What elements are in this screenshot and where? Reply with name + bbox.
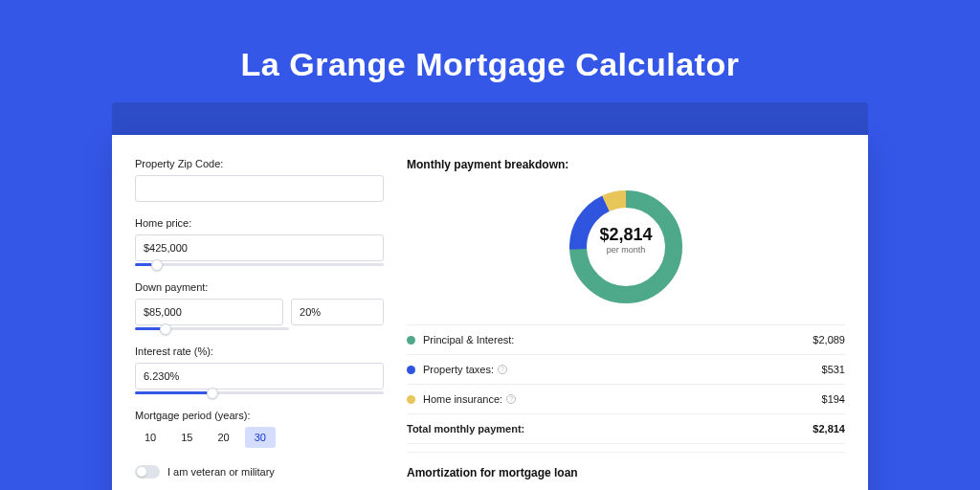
calculator-card: Property Zip Code: Home price: Down paym…	[112, 135, 868, 490]
legend-label: Property taxes:?	[423, 364, 507, 375]
results-panel: Monthly payment breakdown: $2,814 per mo…	[407, 158, 845, 490]
legend-dot-icon	[407, 366, 415, 374]
zip-field: Property Zip Code:	[135, 158, 384, 202]
legend-value: $531	[822, 364, 845, 375]
breakdown-heading: Monthly payment breakdown:	[407, 158, 845, 171]
rate-slider-thumb[interactable]	[207, 388, 218, 399]
donut-sub: per month	[588, 245, 664, 255]
down-pct-input[interactable]	[291, 299, 384, 325]
legend-row: Property taxes:?$531	[407, 355, 845, 385]
legend-value: $2,089	[813, 334, 845, 345]
info-icon[interactable]: ?	[498, 365, 507, 374]
rate-field: Interest rate (%):	[135, 345, 384, 394]
veteran-label: I am veteran or military	[167, 466, 275, 478]
zip-label: Property Zip Code:	[135, 158, 384, 169]
down-slider-thumb[interactable]	[160, 323, 171, 335]
veteran-row: I am veteran or military	[135, 465, 384, 479]
legend-label: Home insurance:?	[423, 393, 516, 405]
legend-value: $194	[822, 393, 845, 405]
donut-svg: $2,814 per month	[564, 185, 688, 309]
amortization-section: Amortization for mortgage loan Amortizat…	[407, 452, 845, 490]
period-chip-20[interactable]: 20	[209, 427, 239, 448]
price-slider-thumb[interactable]	[151, 259, 163, 271]
legend-label: Principal & Interest:	[423, 334, 514, 345]
amortization-heading: Amortization for mortgage loan	[407, 466, 845, 479]
hero: La Grange Mortgage Calculator	[0, 0, 980, 83]
legend-row: Home insurance:?$194	[407, 385, 845, 414]
legend-total-value: $2,814	[813, 423, 845, 434]
veteran-toggle[interactable]	[135, 465, 160, 479]
down-amount-input[interactable]	[135, 299, 283, 325]
rate-slider[interactable]	[135, 391, 384, 394]
down-field: Down payment:	[135, 281, 384, 330]
price-field: Home price:	[135, 217, 384, 266]
page-title: La Grange Mortgage Calculator	[0, 46, 980, 83]
price-label: Home price:	[135, 217, 384, 229]
price-slider[interactable]	[135, 263, 384, 266]
legend-total-row: Total monthly payment:$2,814	[407, 414, 845, 444]
legend-row: Principal & Interest:$2,089	[407, 325, 845, 355]
rate-input[interactable]	[135, 363, 384, 390]
donut-amount: $2,814	[588, 225, 664, 245]
down-label: Down payment:	[135, 281, 384, 293]
period-chip-30[interactable]: 30	[245, 427, 276, 448]
breakdown-legend: Principal & Interest:$2,089Property taxe…	[407, 324, 845, 444]
down-slider[interactable]	[135, 327, 289, 330]
period-label: Mortgage period (years):	[135, 410, 384, 421]
inputs-panel: Property Zip Code: Home price: Down paym…	[135, 158, 384, 490]
price-input[interactable]	[135, 234, 384, 261]
legend-dot-icon	[407, 395, 415, 404]
banner-stripe	[112, 102, 868, 135]
period-chip-10[interactable]: 10	[135, 427, 166, 448]
legend-total-label: Total monthly payment:	[407, 423, 524, 434]
period-chip-15[interactable]: 15	[171, 427, 202, 448]
zip-input[interactable]	[135, 175, 384, 202]
period-field: Mortgage period (years): 10152030	[135, 410, 384, 448]
info-icon[interactable]: ?	[506, 394, 516, 404]
donut-chart: $2,814 per month	[407, 185, 845, 309]
legend-dot-icon	[407, 336, 415, 345]
rate-label: Interest rate (%):	[135, 345, 384, 357]
